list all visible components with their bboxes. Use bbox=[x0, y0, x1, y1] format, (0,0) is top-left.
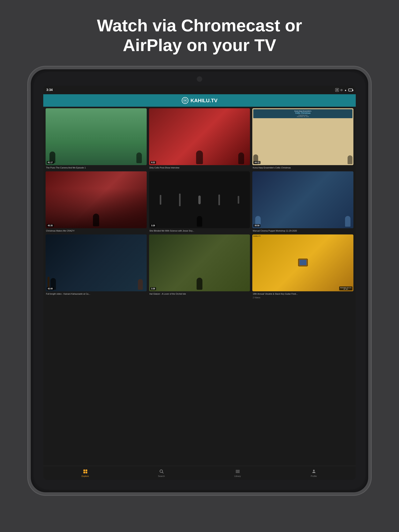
video-title: Hal Glatzer - A Lover of the Orchid Isle bbox=[149, 292, 250, 295]
video-title: Christmas Makes Me CRAZY! bbox=[45, 229, 147, 232]
list-item[interactable]: Kona Harp Ensemble's Celtic Christmas Or… bbox=[252, 108, 354, 169]
list-item[interactable]: 42:00 Full length video - Kainani Kahaun… bbox=[45, 234, 147, 298]
duration-badge: 41:17 bbox=[47, 161, 54, 164]
screen: 3:34 A ⊙ ▲ bbox=[43, 86, 356, 480]
thumbnail[interactable]: 3:38 bbox=[149, 234, 250, 291]
duration-badge: 44:11 bbox=[253, 161, 260, 164]
tab-search[interactable]: Search bbox=[123, 469, 200, 477]
app-logo-text: KAHILU.TV bbox=[191, 98, 218, 104]
content-area[interactable]: 41:17 The Pueo The Camera And Me Episode… bbox=[43, 107, 356, 466]
thumbnail-bg bbox=[149, 234, 250, 291]
list-item[interactable]: 3:38 Hal Glatzer - A Lover of the Orchid… bbox=[149, 234, 250, 298]
search-icon bbox=[159, 469, 164, 474]
front-camera bbox=[197, 76, 202, 82]
video-title: Dirty Cello Post-Show Interview bbox=[149, 166, 250, 169]
thumbnail[interactable]: 45:35 bbox=[45, 171, 147, 228]
svg-rect-5 bbox=[85, 472, 87, 473]
video-title: She Blinded Me With Science with Jesse S… bbox=[149, 229, 250, 232]
headline: Watch via Chromecast or AirPlay on your … bbox=[81, 16, 318, 55]
wifi-icon: ▲ bbox=[344, 89, 347, 92]
video-title: Kona Harp Ensemble's Celtic Christmas bbox=[252, 166, 354, 169]
tab-library[interactable]: Library bbox=[200, 469, 276, 477]
logo-icon bbox=[182, 97, 189, 104]
tab-explore[interactable]: Explore bbox=[47, 469, 123, 477]
video-title: Full length video - Kainani Kahaunaele a… bbox=[45, 292, 147, 295]
thumbnail[interactable]: KAHILU.TV November 20 & 21@ 7pm bbox=[252, 234, 354, 291]
tablet-outer: 3:34 A ⊙ ▲ bbox=[28, 67, 371, 495]
library-icon bbox=[235, 469, 240, 474]
thumbnail-bg bbox=[45, 108, 147, 165]
thumbnail-bg: Kona Harp Ensemble's Celtic Christmas Or… bbox=[252, 108, 354, 165]
tab-profile[interactable]: Profile bbox=[276, 469, 352, 477]
svg-rect-4 bbox=[83, 472, 85, 473]
tab-bar: Explore Search bbox=[43, 466, 356, 480]
thumbnail-bg bbox=[45, 234, 147, 291]
thumbnail[interactable]: 9:22 bbox=[149, 108, 250, 165]
video-title: The Pueo The Camera And Me Episode 1 bbox=[45, 166, 147, 169]
tab-search-label: Search bbox=[158, 475, 165, 477]
thumbnail[interactable]: 42:00 bbox=[45, 234, 147, 291]
video-grid: 41:17 The Pueo The Camera And Me Episode… bbox=[45, 108, 354, 298]
thumbnail-bg: KAHILU.TV November 20 & 21@ 7pm bbox=[252, 234, 354, 291]
list-item[interactable]: 41:17 The Pueo The Camera And Me Episode… bbox=[45, 108, 147, 169]
list-item[interactable]: 3:28 She Blinded Me With Science with Je… bbox=[149, 171, 250, 232]
duration-badge: 45:35 bbox=[47, 224, 54, 227]
tab-library-label: Library bbox=[234, 475, 241, 477]
duration-badge: 9:22 bbox=[150, 161, 156, 164]
thumbnail[interactable]: 3:28 bbox=[149, 171, 250, 228]
status-bar: 3:34 A ⊙ ▲ bbox=[43, 86, 356, 94]
list-item[interactable]: 30:56 Manual Cinema Puppet Workshop 11-2… bbox=[252, 171, 354, 232]
thumbnail[interactable]: 30:56 bbox=[252, 171, 354, 228]
list-item[interactable]: 9:22 Dirty Cello Post-Show Interview bbox=[149, 108, 250, 169]
duration-badge: 42:00 bbox=[47, 287, 54, 290]
thumbnail-bg bbox=[149, 108, 250, 165]
tab-explore-label: Explore bbox=[82, 475, 89, 477]
headline-line1: Watch via Chromecast or bbox=[97, 16, 302, 35]
thumbnail-bg bbox=[149, 171, 250, 228]
svg-point-11 bbox=[313, 470, 315, 471]
thumbnail[interactable]: 41:17 bbox=[45, 108, 147, 165]
svg-line-7 bbox=[162, 472, 163, 473]
duration-badge: 3:28 bbox=[150, 224, 156, 227]
thumbnail-bg bbox=[45, 171, 147, 228]
status-icons: A ⊙ ▲ bbox=[335, 88, 353, 92]
status-a-icon: A bbox=[335, 88, 339, 92]
video-title: 18th Annual 'Ukulele & Slack Key Guitar … bbox=[252, 292, 354, 295]
svg-rect-3 bbox=[85, 469, 87, 471]
profile-icon bbox=[311, 469, 317, 474]
device-frame: 3:34 A ⊙ ▲ bbox=[28, 67, 371, 495]
video-subtitle: 2 Videos bbox=[252, 297, 354, 299]
svg-point-1 bbox=[185, 100, 186, 101]
cast-icon: ⊙ bbox=[340, 89, 343, 92]
duration-badge: 3:38 bbox=[150, 287, 156, 290]
app-logo: KAHILU.TV bbox=[182, 97, 218, 104]
list-item[interactable]: 45:35 Christmas Makes Me CRAZY! bbox=[45, 171, 147, 232]
battery-icon bbox=[348, 89, 353, 91]
duration-badge: 30:56 bbox=[253, 224, 260, 227]
app-header: KAHILU.TV bbox=[43, 94, 356, 107]
video-title: Manual Cinema Puppet Workshop 11-29-2020 bbox=[252, 229, 354, 232]
tab-profile-label: Profile bbox=[311, 475, 317, 477]
svg-rect-2 bbox=[83, 469, 85, 471]
thumbnail-bg bbox=[252, 171, 354, 228]
tablet-inner: 3:34 A ⊙ ▲ bbox=[33, 72, 366, 489]
thumbnail[interactable]: Kona Harp Ensemble's Celtic Christmas Or… bbox=[252, 108, 354, 165]
explore-icon bbox=[83, 469, 88, 474]
status-time: 3:34 bbox=[46, 88, 53, 92]
headline-line2: AirPlay on your TV bbox=[123, 35, 276, 55]
list-item[interactable]: KAHILU.TV November 20 & 21@ 7pm 18th Ann… bbox=[252, 234, 354, 298]
